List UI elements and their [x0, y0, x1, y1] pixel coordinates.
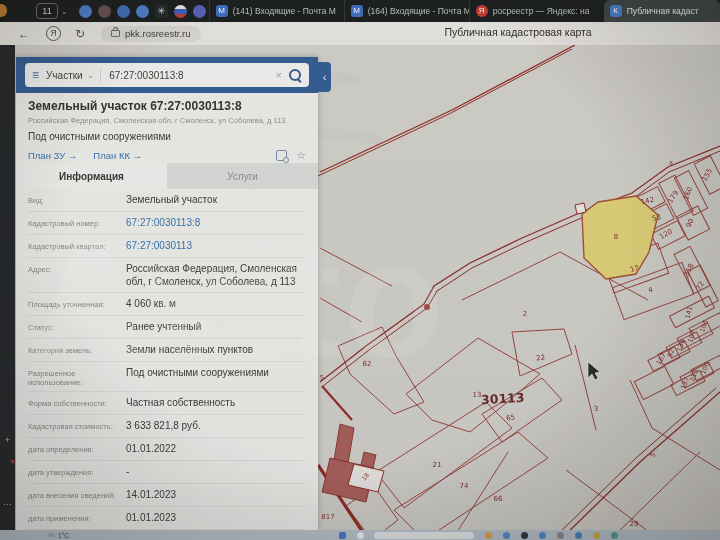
parcel-number-label: 65 [506, 413, 516, 422]
plan-kk-link[interactable]: План КК → [93, 150, 142, 161]
field-label: дата определения: [28, 443, 126, 456]
parcel-number-label: 29 [630, 520, 639, 528]
pkk-favicon: К [610, 5, 622, 17]
laptop-screen: 11 ⌄ ✳ M (141) Входящие - Почта M M (164… [0, 0, 720, 540]
taskbar-app-icon[interactable] [611, 532, 618, 539]
info-row: Вид:Земельный участок [28, 189, 306, 212]
temperature-label: 1°C [58, 532, 69, 539]
search-icon[interactable] [289, 69, 301, 81]
parcel-address-subtitle: Российская Федерация, Смоленская обл, г … [28, 116, 306, 125]
parcel-number-label: 8 [669, 160, 673, 166]
taskbar-search-pill[interactable] [374, 532, 474, 539]
lock-icon [111, 30, 120, 37]
taskbar-app-icon[interactable] [557, 532, 564, 539]
page-title: Публичная кадастровая карта [408, 26, 628, 38]
taskbar-app-icon[interactable] [503, 532, 510, 539]
chevron-down-icon: ⌄ [87, 70, 95, 80]
plan-zu-link[interactable]: План ЗУ → [28, 150, 77, 161]
russia-flag-favicon[interactable] [174, 5, 187, 18]
info-row: дата применения:01.01.2023 [28, 507, 306, 530]
browser-side-panel: + ··· [0, 45, 15, 530]
field-value: Земли населённых пунктов [126, 344, 306, 357]
browser-tab-yandex-search[interactable]: Я росреестр — Яндекс: на [469, 0, 604, 22]
info-row: Кадастровая стоимость:3 633 821,8 руб. [28, 415, 306, 438]
taskbar-app-icon[interactable] [593, 532, 600, 539]
field-label: дата внесения сведений: [28, 489, 126, 502]
browser-tab-mail-141[interactable]: M (141) Входящие - Почта M [209, 0, 344, 22]
browser-tab-mail-164[interactable]: M (164) Входящие - Почта M [344, 0, 469, 22]
search-taskbar-icon[interactable] [357, 532, 364, 539]
sidebar-handle-icon[interactable] [0, 4, 7, 17]
field-value[interactable]: 67:27:0030113 [126, 240, 306, 253]
info-row: дата утверждения:- [28, 461, 306, 484]
back-button[interactable]: ← [18, 27, 30, 41]
parcel-number-label: 21 [433, 461, 442, 469]
zoom-to-parcel-icon[interactable] [276, 150, 287, 161]
tab-label: Публичная кадаст [627, 6, 699, 16]
field-value[interactable]: 67:27:0030113:8 [126, 217, 306, 230]
browser-tab-cadastral-map-active[interactable]: К Публичная кадаст [604, 0, 720, 22]
tab-services[interactable]: Услуги [167, 163, 318, 189]
yandex-favicon: Я [476, 5, 488, 17]
field-value: Земельный участок [126, 194, 306, 207]
address-bar[interactable]: pkk.rosreestr.ru [101, 26, 200, 42]
field-label: дата применения: [28, 512, 126, 525]
atom-favicon[interactable]: ✳ [155, 5, 168, 18]
more-icon[interactable]: ··· [0, 499, 15, 509]
taskbar-app-icon[interactable] [521, 532, 528, 539]
field-label: дата утверждения: [28, 466, 126, 479]
info-row: Категория земель:Земли населённых пункто… [28, 339, 306, 362]
favicon[interactable] [98, 5, 111, 18]
field-label: Кадастровая стоимость: [28, 420, 126, 433]
search-header: ≡ Участки ⌄ 67:27:0030113:8 × [16, 57, 318, 93]
parcel-number-label: 30113 [481, 390, 525, 407]
panel-tabs: Информация Услуги [16, 163, 318, 189]
favorite-star-icon[interactable]: ☆ [296, 149, 306, 162]
parcel-info-panel: ≡ Участки ⌄ 67:27:0030113:8 × Земельный … [16, 57, 318, 530]
info-row: дата определения:01.01.2022 [28, 438, 306, 461]
weather-widget[interactable]: 1°C [48, 532, 69, 539]
road-marker-icon [424, 304, 430, 310]
taskbar-app-icon[interactable] [539, 532, 546, 539]
info-row: Форма собственности:Частная собственност… [28, 392, 306, 415]
tab-label: (164) Входящие - Почта M [368, 6, 469, 16]
favicon[interactable] [193, 5, 206, 18]
info-row: Разрешенное использование:Под очистными … [28, 362, 306, 392]
taskbar-app-icon[interactable] [485, 532, 492, 539]
taskbar-app-icon[interactable] [575, 532, 582, 539]
windows-taskbar: 1°C [0, 530, 720, 540]
parcel-number-label: 62 [363, 360, 372, 368]
favicon[interactable] [136, 5, 149, 18]
tab-list-chevron-icon[interactable]: ⌄ [61, 7, 68, 16]
field-label: Форма собственности: [28, 397, 126, 410]
tab-count-button[interactable]: 11 [36, 3, 58, 19]
field-label: Кадастровый номер: [28, 217, 126, 230]
search-box[interactable]: ≡ Участки ⌄ 67:27:0030113:8 × [25, 63, 309, 87]
start-button[interactable] [339, 532, 346, 539]
info-row: Кадастровый квартал:67:27:0030113 [28, 235, 306, 258]
browser-toolbar: ← Я ↻ pkk.rosreestr.ru Публичная кадастр… [0, 22, 720, 45]
info-row: дата внесения сведений:14.01.2023 [28, 484, 306, 507]
info-row: Кадастровый номер:67:27:0030113:8 [28, 212, 306, 235]
favicon[interactable] [79, 5, 92, 18]
field-value: 01.01.2022 [126, 443, 306, 456]
field-value: 4 060 кв. м [126, 298, 306, 311]
tab-label: росреестр — Яндекс: на [493, 6, 590, 16]
hamburger-menu-icon[interactable]: ≡ [32, 68, 39, 82]
pinned-tabs: ✳ [76, 5, 209, 18]
field-value: Частная собственность [126, 397, 306, 410]
tab-label: (141) Входящие - Почта M [233, 6, 336, 16]
parcel-number-label: 8 [614, 233, 618, 241]
info-row: Площадь уточненная:4 060 кв. м [28, 293, 306, 316]
clear-search-icon[interactable]: × [276, 69, 282, 81]
search-category-select[interactable]: Участки [46, 70, 83, 81]
field-value: - [126, 466, 306, 479]
yandex-home-button[interactable]: Я [46, 26, 61, 41]
favicon[interactable] [117, 5, 130, 18]
field-value: 3 633 821,8 руб. [126, 420, 306, 433]
collapse-panel-button[interactable]: ‹ [318, 62, 331, 92]
refresh-button[interactable]: ↻ [75, 27, 85, 41]
search-input[interactable]: 67:27:0030113:8 [109, 70, 183, 81]
tab-information[interactable]: Информация [16, 163, 167, 189]
plus-icon[interactable]: + [0, 435, 15, 445]
